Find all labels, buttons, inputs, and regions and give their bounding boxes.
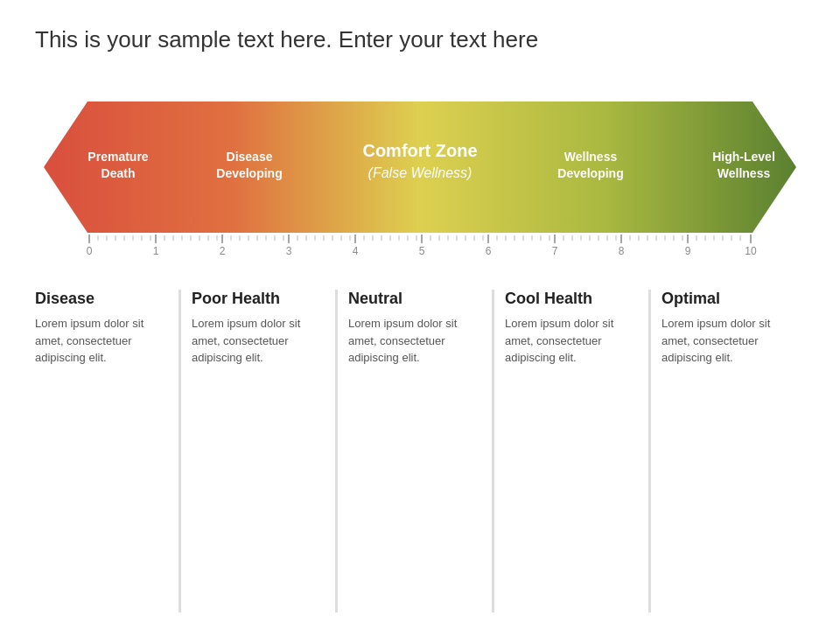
info-columns: Disease Lorem ipsum dolor sit amet, cons… bbox=[35, 290, 805, 612]
svg-text:3: 3 bbox=[286, 245, 292, 255]
label-disease-developing: Disease bbox=[227, 150, 273, 164]
column-disease: Disease Lorem ipsum dolor sit amet, cons… bbox=[35, 290, 178, 612]
label-wellness-developing: Wellness bbox=[564, 150, 618, 164]
column-neutral: Neutral Lorem ipsum dolor sit amet, cons… bbox=[335, 290, 492, 612]
col-title-optimal: Optimal bbox=[662, 290, 794, 308]
col-body-poor-health: Lorem ipsum dolor sit amet, consectetuer… bbox=[192, 315, 325, 367]
svg-text:1: 1 bbox=[153, 245, 159, 255]
svg-text:8: 8 bbox=[619, 245, 625, 255]
col-title-poor-health: Poor Health bbox=[192, 290, 325, 308]
page-title: This is your sample text here. Enter you… bbox=[35, 26, 805, 53]
label-high-level-wellness: High-Level bbox=[712, 150, 775, 164]
svg-text:0: 0 bbox=[87, 245, 93, 255]
page: This is your sample text here. Enter you… bbox=[0, 0, 840, 630]
column-optimal: Optimal Lorem ipsum dolor sit amet, cons… bbox=[648, 290, 805, 612]
svg-text:6: 6 bbox=[486, 245, 492, 255]
col-title-disease: Disease bbox=[35, 290, 168, 308]
col-body-optimal: Lorem ipsum dolor sit amet, consectetuer… bbox=[662, 315, 794, 367]
label-comfort-zone: Comfort Zone bbox=[362, 141, 477, 160]
svg-text:10: 10 bbox=[745, 245, 757, 255]
col-title-neutral: Neutral bbox=[348, 290, 481, 308]
col-body-cool-health: Lorem ipsum dolor sit amet, consectetuer… bbox=[505, 315, 638, 367]
label-high-level-wellness-2: Wellness bbox=[718, 166, 771, 180]
label-premature-death-2: Death bbox=[102, 166, 136, 180]
scale-ticks: 0 1 2 3 4 5 6 7 8 9 bbox=[87, 234, 757, 255]
svg-text:7: 7 bbox=[552, 245, 558, 255]
label-premature-death: Premature bbox=[88, 150, 148, 164]
col-title-cool-health: Cool Health bbox=[505, 290, 638, 308]
label-comfort-zone-sub: (False Wellness) bbox=[368, 165, 472, 180]
col-body-neutral: Lorem ipsum dolor sit amet, consectetuer… bbox=[348, 315, 481, 367]
arrow-diagram: Premature Death Disease Developing Comfo… bbox=[35, 80, 805, 255]
svg-text:4: 4 bbox=[353, 245, 359, 255]
svg-text:9: 9 bbox=[685, 245, 691, 255]
label-disease-developing-2: Developing bbox=[216, 166, 282, 180]
svg-text:2: 2 bbox=[220, 245, 226, 255]
label-wellness-developing-2: Developing bbox=[557, 166, 623, 180]
column-cool-health: Cool Health Lorem ipsum dolor sit amet, … bbox=[492, 290, 648, 612]
svg-text:5: 5 bbox=[419, 245, 425, 255]
column-poor-health: Poor Health Lorem ipsum dolor sit amet, … bbox=[178, 290, 335, 612]
col-body-disease: Lorem ipsum dolor sit amet, consectetuer… bbox=[35, 315, 168, 367]
